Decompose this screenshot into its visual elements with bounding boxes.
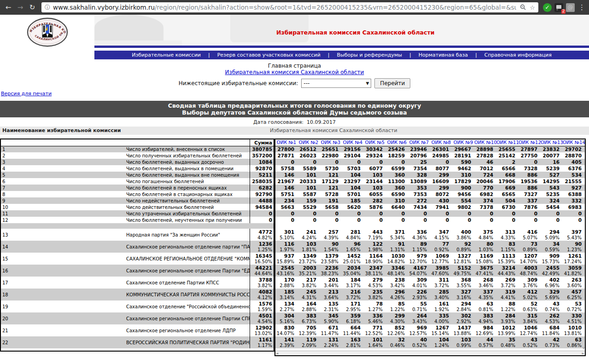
oik-header-link[interactable]: ОИК №9 [452, 139, 474, 146]
stat-value-cell: 374 [474, 197, 496, 204]
party-percent: 2.84% [452, 307, 471, 312]
scroll-down-icon[interactable]: ▼ [583, 347, 585, 350]
party-value-cell: 2994.30% [386, 312, 408, 324]
secure-check-icon[interactable]: ✓ [543, 3, 552, 12]
lower-commissions-select[interactable]: --- ▼ [301, 79, 371, 88]
nav-item-normative[interactable]: Нормативная база [411, 52, 475, 58]
row-number: 10 [1, 204, 125, 210]
table-row: 14Сахалинское региональное отделение пар… [1, 241, 274, 253]
info-icon[interactable]: ⓘ [45, 4, 50, 12]
party-value-cell: 350.48% [496, 336, 519, 348]
oik-header-link[interactable]: ОИК №14 [563, 139, 585, 146]
party-name: Сахалинское региональное отделение парти… [125, 241, 250, 253]
party-sum-percent: 4.82% [250, 235, 273, 241]
nav-item-reference[interactable]: Справочная информация [477, 52, 559, 58]
stat-value-cell: 20046 [474, 178, 496, 185]
oik-header-link[interactable]: ОИК №8 [430, 139, 452, 146]
lower-commissions-label: Нижестоящие избирательные комиссии: [179, 80, 298, 87]
oik-header-link[interactable]: ОИК №1 [275, 139, 297, 146]
party-count: 89 [408, 241, 427, 247]
stat-value-cell: 29156 [342, 146, 364, 152]
party-count: 984 [474, 325, 493, 331]
browser-menu-icon[interactable]: ⋮ [578, 3, 585, 12]
row-label: Число бюллетеней, выданных вне помещения [125, 172, 250, 178]
oik-header-link[interactable]: ОИК №7 [408, 139, 430, 146]
report-title-line2: Выборы депутатов Сахалинской областной Д… [0, 109, 589, 116]
address-bar[interactable]: ⓘ www.sakhalin.vybory.izbirkom.ru/region… [41, 2, 538, 12]
party-value-cell: 398547.60% [430, 265, 452, 277]
separator-cell [275, 223, 585, 229]
party-count: 40 [408, 337, 427, 343]
party-count: 42 [541, 337, 560, 343]
party-value-cell: 98412.69% [474, 324, 496, 336]
scroll-left-icon[interactable]: ◄ [276, 351, 278, 356]
party-percent: 3.82% [297, 283, 316, 289]
stat-value-cell: 6388 [563, 191, 585, 197]
table-row: 2787126023229802910429324182592079624985… [275, 152, 585, 159]
row-number: 12 [1, 217, 125, 223]
stat-value-cell: 7378 [474, 204, 496, 210]
oik-header-link[interactable]: ОИК №5 [364, 139, 386, 146]
oik-header-link[interactable]: ОИК №10 [474, 139, 496, 146]
bookmark-star-icon[interactable]: ☆ [530, 5, 535, 11]
party-name: ВСЕРОССИЙСКАЯ ПОЛИТИЧЕСКАЯ ПАРТИЯ "РОДИН… [125, 336, 250, 348]
stat-value-cell: 28191 [452, 152, 474, 159]
nav-item-commissions[interactable]: Избирательные комиссии [124, 52, 208, 58]
stat-value-cell: 23297 [342, 178, 364, 185]
party-percent: 2.09% [297, 343, 316, 348]
stat-value-cell: 20796 [408, 152, 430, 159]
party-value-cell: 2133.64% [320, 289, 342, 300]
party-percent: 12.81% [452, 259, 471, 265]
party-percent: 4.53% [364, 283, 383, 289]
nav-item-reserve[interactable]: Резерв составов участковых комиссий [210, 52, 328, 58]
party-percent: 3.44% [320, 283, 338, 289]
party-value-cell: 104612.74% [519, 324, 541, 336]
back-icon[interactable]: ← [4, 0, 13, 14]
party-value-cell: 3273.16% [452, 289, 474, 300]
oik-header-link[interactable]: ОИК №4 [342, 139, 364, 146]
stat-value-cell: 5703 [342, 165, 364, 172]
party-sum-cell: 11611.17% [250, 336, 274, 348]
nav-item-elections[interactable]: Выборы и референдумы [330, 52, 410, 58]
party-value-cell: 420.73% [541, 336, 563, 348]
party-value-cell: 2942.84% [452, 300, 474, 312]
oik-header-link[interactable]: ОИК №6 [386, 139, 408, 146]
breadcrumb-commission-link[interactable]: Избирательная комиссия Сахалинской облас… [225, 69, 364, 75]
oik-header-link[interactable]: ОИК №11 [496, 139, 519, 146]
scroll-right-icon[interactable]: ► [582, 351, 584, 356]
oik-header-link[interactable]: ОИК №3 [320, 139, 342, 146]
reload-icon[interactable]: ↻ [28, 0, 37, 14]
horizontal-scrollbar[interactable]: ◄ ► [275, 351, 585, 355]
row-number: 22 [1, 336, 125, 348]
party-name: Сахалинское отделение Партии КПСС [125, 277, 250, 289]
profile-at-icon[interactable]: @ [566, 3, 575, 12]
party-count: 2236 [320, 265, 338, 271]
table-row: 254543.16%200335.21%223638.23%203435.04%… [275, 265, 585, 277]
print-version-link[interactable]: Версия для печати [1, 91, 52, 97]
party-count: 327 [452, 289, 471, 295]
party-percent: 4.01% [408, 283, 427, 289]
oik-header-link[interactable]: ОИК №12 [519, 139, 541, 146]
party-value-cell: 400.52% [408, 336, 430, 348]
party-count: 238 [386, 277, 405, 283]
zoom-search-icon[interactable] [520, 4, 526, 11]
row-number: 2 [1, 152, 125, 159]
stat-value-cell: 104 [342, 172, 364, 178]
stat-value-cell: 0 [342, 210, 364, 217]
party-percent: 4.15% [430, 235, 449, 241]
extension-icon[interactable]: 2 [554, 3, 563, 12]
stat-value-cell: 26023 [297, 152, 320, 159]
party-value-cell: 901.23% [563, 241, 585, 253]
table-row: 6Число погашенных бюллетеней258035 [1, 178, 274, 185]
forward-icon[interactable]: → [16, 0, 25, 14]
stat-value-cell: 103 [364, 172, 386, 178]
stat-value-cell: 324 [541, 197, 563, 204]
stat-value-cell: 6055 [364, 191, 386, 197]
party-count: 1012 [496, 325, 515, 331]
stat-value-cell: 121 [320, 172, 342, 178]
go-button[interactable]: Перейти [374, 78, 410, 88]
oik-header-link[interactable]: ОИК №2 [297, 139, 320, 146]
scroll-up-icon[interactable]: ▲ [583, 139, 585, 143]
stat-value-cell: 0 [320, 159, 342, 165]
oik-header-link[interactable]: ОИК №13 [541, 139, 563, 146]
